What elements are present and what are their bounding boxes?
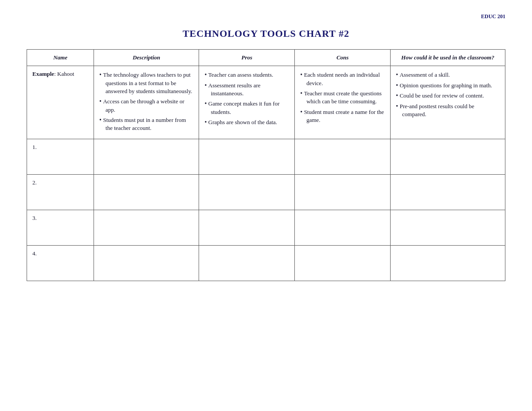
list-item: Teacher must create the questions which …	[300, 89, 385, 106]
example-classroom-cell: Assessment of a skill. Opinion questions…	[391, 66, 505, 139]
row-2-cons	[295, 174, 391, 210]
row-2-name: 2.	[27, 174, 94, 210]
row-4-pros	[199, 245, 295, 281]
table-row-4: 4.	[27, 245, 505, 281]
list-item: Assessment of a skill.	[396, 70, 500, 79]
row-2-desc	[94, 174, 199, 210]
row-2-number: 2.	[32, 179, 37, 186]
example-name-value: Kahoot	[57, 70, 74, 77]
technology-tools-table: Name Description Pros Cons How could it …	[27, 49, 505, 281]
row-3-name: 3.	[27, 210, 94, 245]
example-cons-list: Each student needs an individual device.…	[300, 70, 385, 124]
col-header-pros: Pros	[199, 50, 295, 66]
row-2-pros	[199, 174, 295, 210]
row-4-number: 4.	[32, 250, 37, 257]
table-row-1: 1.	[27, 139, 505, 174]
row-1-desc	[94, 139, 199, 174]
table-row-3: 3.	[27, 210, 505, 245]
table-header-row: Name Description Pros Cons How could it …	[27, 50, 505, 66]
row-3-desc	[94, 210, 199, 245]
col-header-classroom: How could it be used in the classroom?	[391, 50, 505, 66]
example-pros-list: Teacher can assess students. Assessment …	[204, 70, 289, 127]
list-item: Could be used for review of content.	[396, 91, 500, 100]
example-classroom-list: Assessment of a skill. Opinion questions…	[396, 70, 500, 119]
table-row-2: 2.	[27, 174, 505, 210]
example-name-cell: Example: Kahoot	[27, 66, 94, 139]
row-4-desc	[94, 245, 199, 281]
list-item: Access can be through a website or app.	[99, 97, 193, 114]
list-item: Assessment results are instantaneous.	[204, 81, 289, 98]
col-header-description: Description	[94, 50, 199, 66]
course-label: EDUC 201	[27, 13, 505, 20]
example-row: Example: Kahoot The technology allows te…	[27, 66, 505, 139]
example-label: Example	[32, 70, 54, 77]
row-1-cons	[295, 139, 391, 174]
row-3-number: 3.	[32, 215, 37, 221]
example-description-cell: The technology allows teachers to put qu…	[94, 66, 199, 139]
example-pros-cell: Teacher can assess students. Assessment …	[199, 66, 295, 139]
list-item: Graphs are shown of the data.	[204, 118, 289, 127]
row-1-name: 1.	[27, 139, 94, 174]
list-item: Teacher can assess students.	[204, 70, 289, 79]
list-item: Opinion questions for graphing in math.	[396, 81, 500, 90]
list-item: Pre-and posttest results could be compar…	[396, 102, 500, 119]
row-4-name: 4.	[27, 245, 94, 281]
row-4-cons	[295, 245, 391, 281]
row-3-cons	[295, 210, 391, 245]
row-2-classroom	[391, 174, 505, 210]
row-3-pros	[199, 210, 295, 245]
row-3-classroom	[391, 210, 505, 245]
list-item: Students must put in a number from the t…	[99, 116, 193, 133]
row-1-classroom	[391, 139, 505, 174]
list-item: Student must create a name for the game.	[300, 108, 385, 125]
list-item: The technology allows teachers to put qu…	[99, 70, 193, 95]
page-title: TECHNOLOGY TOOLS CHART #2	[27, 28, 505, 39]
row-4-classroom	[391, 245, 505, 281]
example-description-list: The technology allows teachers to put qu…	[99, 70, 193, 133]
row-1-pros	[199, 139, 295, 174]
example-cons-cell: Each student needs an individual device.…	[295, 66, 391, 139]
col-header-name: Name	[27, 50, 94, 66]
list-item: Each student needs an individual device.	[300, 70, 385, 87]
row-1-number: 1.	[32, 144, 37, 150]
list-item: Game concept makes it fun for students.	[204, 99, 289, 116]
col-header-cons: Cons	[295, 50, 391, 66]
